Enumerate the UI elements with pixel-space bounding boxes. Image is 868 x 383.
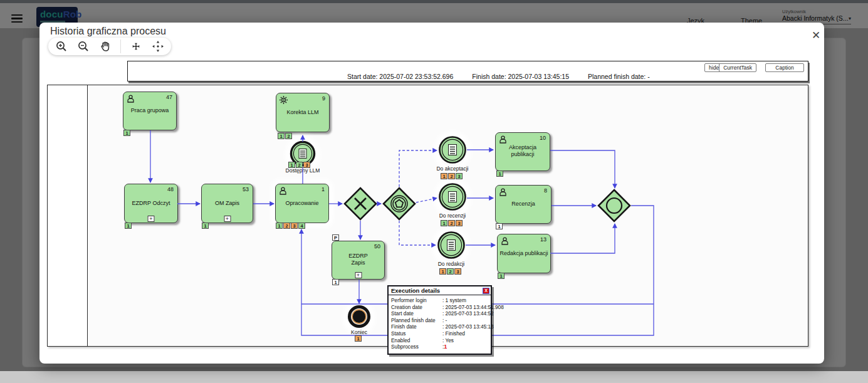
zoom-out-icon[interactable] xyxy=(76,39,90,53)
task-recenzja[interactable]: 8 Recenzja xyxy=(495,185,552,224)
pan-hand-icon[interactable] xyxy=(98,39,112,53)
row-value: : 1 system xyxy=(442,297,466,304)
bpmn-lane-header xyxy=(48,85,88,346)
task-label: OM Zapis xyxy=(203,199,251,206)
popup-row: Start date: 2025-07-03 13:44:52 xyxy=(391,310,488,317)
center-view-icon[interactable] xyxy=(129,39,143,53)
popup-row: Performer login: 1 system xyxy=(391,297,488,304)
task-badges: 1 xyxy=(202,223,209,229)
popup-row: Enabled: Yes xyxy=(391,337,488,344)
event-do-recenzji[interactable] xyxy=(438,182,467,214)
zoom-in-icon[interactable] xyxy=(55,39,68,53)
end-event-icon xyxy=(347,305,371,328)
row-label: Performer login xyxy=(391,297,442,304)
task-label: Akceptacja publikacji xyxy=(497,144,548,159)
task-badges: 1 xyxy=(496,171,503,177)
task-number: 9 xyxy=(322,95,325,102)
badge: 3 xyxy=(454,268,461,275)
popup-rows: Performer login: 1 system Creation date:… xyxy=(389,295,491,354)
task-korekta-llm[interactable]: 9 Korekta LLM xyxy=(276,93,330,132)
task-badges: 1 xyxy=(123,130,130,136)
badge: 1 xyxy=(441,173,447,179)
task-om-zapis[interactable]: 53 OM Zapis + xyxy=(201,184,253,223)
document-event-icon xyxy=(437,231,466,260)
badge: 3 xyxy=(456,173,463,179)
popup-row: Subprocess: 1 xyxy=(391,344,488,351)
task-ezdrp-odczyt[interactable]: 48 EZDRP Odczyt + xyxy=(124,184,178,223)
task-badges: 1 xyxy=(125,223,132,229)
execution-details-popup: Execution details X Performer login: 1 s… xyxy=(387,285,492,355)
task-badges: 1 xyxy=(332,279,339,285)
task-number: 8 xyxy=(544,187,547,194)
modal-title: Historia graficzna procesu xyxy=(50,26,166,37)
badge: 2 xyxy=(448,173,455,179)
badge: 1 xyxy=(125,223,132,229)
event-do-akceptacji[interactable] xyxy=(438,135,467,167)
row-label: Creation date xyxy=(391,304,442,311)
user-icon xyxy=(498,135,508,144)
move-icon[interactable] xyxy=(151,39,165,53)
diagram-header-bar: Start date: 2025-07-02 23:53:52.696 Fini… xyxy=(127,61,808,81)
badge: 1 xyxy=(355,335,362,342)
popup-row: Finish date: 2025-07-03 13:45:13 xyxy=(391,323,488,330)
start-date-text: Start date: 2025-07-02 23:53:52.696 xyxy=(347,73,453,80)
close-icon[interactable]: X xyxy=(483,288,489,294)
task-number: 13 xyxy=(540,236,546,243)
task-number: 47 xyxy=(166,94,172,100)
gateway-event-based-pentagon[interactable] xyxy=(382,187,416,223)
planned-finish-date-text: Planned finish date: - xyxy=(588,73,650,80)
event-koniec[interactable] xyxy=(347,305,371,331)
row-label: Start date xyxy=(391,310,442,317)
badge: 1 xyxy=(496,171,503,177)
event-label: Do akceptacji xyxy=(436,165,468,172)
task-opracowanie[interactable]: 1 Opracowanie xyxy=(275,184,329,223)
task-badges: 1 xyxy=(496,223,503,229)
document-event-icon xyxy=(438,182,467,211)
process-history-modal: Historia graficzna procesu ✕ Start date:… xyxy=(39,23,824,364)
user-icon xyxy=(126,94,135,103)
current-task-button[interactable]: CurrentTask xyxy=(719,63,756,72)
task-label: Recenzja xyxy=(497,201,550,207)
task-number: 50 xyxy=(374,243,380,249)
badge: 2 xyxy=(285,133,292,139)
row-value: : Finished xyxy=(442,330,465,337)
close-icon[interactable]: ✕ xyxy=(809,29,823,43)
caption-button[interactable]: Caption xyxy=(765,63,804,72)
gateway-exclusive-x[interactable] xyxy=(343,187,377,223)
task-badges: 1 xyxy=(498,273,505,279)
diagram-dates: Start date: 2025-07-02 23:53:52.696 Fini… xyxy=(347,73,650,80)
task-label: Opracowanie xyxy=(277,199,327,206)
row-value: : - xyxy=(442,317,447,324)
task-top-badge: P xyxy=(332,234,339,241)
diagram-header-buttons: hide CurrentTask Caption xyxy=(704,63,804,72)
task-number: 10 xyxy=(540,135,546,141)
badge: 1 xyxy=(276,223,283,229)
badge: 2 xyxy=(283,223,290,229)
popup-titlebar: Execution details X xyxy=(389,286,491,295)
badge: 2 xyxy=(447,268,454,275)
badge: 1 xyxy=(439,268,446,275)
task-ezdrp-zapis[interactable]: 50 EZDRP Zapis + xyxy=(332,241,385,280)
event-label: Do recenzji xyxy=(439,212,466,219)
event-do-redakcji[interactable] xyxy=(437,231,466,262)
diagram-toolbar xyxy=(48,38,171,55)
task-akceptacja-publikacji[interactable]: 10 Akceptacja publikacji xyxy=(495,132,550,171)
badge: 3 xyxy=(303,162,310,168)
row-label: Finish date xyxy=(391,323,442,330)
task-redakcja-publikacji[interactable]: 13 Redakcja publikacji xyxy=(497,234,551,273)
task-number: 53 xyxy=(243,186,249,192)
badge: 1 xyxy=(202,223,209,229)
popup-row: Creation date: 2025-07-03 13:44:51.908 xyxy=(391,304,488,311)
task-praca-grupowa[interactable]: 47 Praca grupowa xyxy=(123,92,177,130)
gateway-inclusive-circle[interactable] xyxy=(597,189,631,225)
event-badges: 1 2 3 xyxy=(441,173,463,179)
row-value: : 2025-07-03 13:44:51.908 xyxy=(442,304,504,311)
badge: 1 xyxy=(278,133,285,139)
badge: P xyxy=(332,234,339,241)
subprocess-plus-icon: + xyxy=(224,216,231,222)
badge: 1 xyxy=(288,162,295,168)
task-badges: 1 2 xyxy=(278,133,292,139)
badge: 1 xyxy=(441,220,447,226)
task-label: Redakcja publikacji xyxy=(499,249,549,256)
task-badges: 1 2 3 4 xyxy=(276,223,305,229)
